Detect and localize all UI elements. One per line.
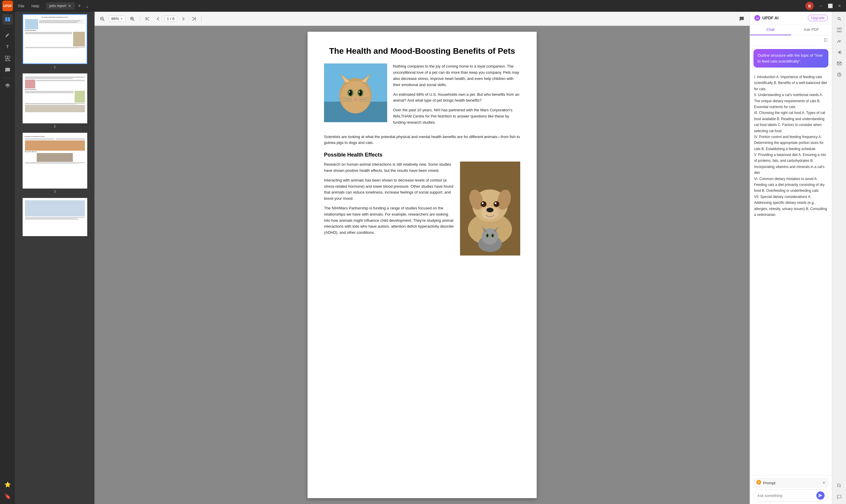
- right-icon-mail[interactable]: [834, 59, 844, 68]
- prompt-bar: Prompt ▼: [750, 475, 832, 504]
- dog-cat-image: [460, 162, 520, 255]
- svg-line-63: [840, 19, 841, 21]
- svg-line-7: [103, 20, 104, 21]
- ai-query-bubble: Outline structure with the topic of "how…: [754, 49, 828, 68]
- pdf-page: The Health and Mood-Boosting Benefits of…: [308, 32, 537, 498]
- right-icon-ocr[interactable]: [834, 25, 844, 35]
- prev-page-button[interactable]: [154, 16, 162, 22]
- tab-close-btn[interactable]: ✕: [68, 3, 71, 8]
- menu-help[interactable]: Help: [29, 3, 42, 10]
- first-page-button[interactable]: [144, 15, 152, 22]
- thumbnail-page-2[interactable]: Animals Helping People 2: [15, 71, 94, 130]
- prompt-arrow-icon: ▼: [822, 481, 826, 485]
- next-page-button[interactable]: [179, 16, 187, 22]
- ai-clear-button[interactable]: [823, 37, 829, 43]
- page-current: 1: [167, 16, 169, 21]
- pdf-intro-p3: Over the past 10 years, NIH has partnere…: [393, 107, 520, 125]
- zoom-in-button[interactable]: [128, 15, 136, 22]
- upgrade-button[interactable]: Upgrade: [808, 15, 828, 21]
- ai-logo: AI UPDF AI: [754, 15, 778, 21]
- minimize-button[interactable]: −: [817, 3, 825, 9]
- right-icon-puzzle[interactable]: [834, 481, 844, 490]
- thumbnail-page-4[interactable]: 4: [15, 196, 94, 243]
- thumbnail-panel: The Health and Mood-Boosting Benefits of…: [15, 12, 95, 504]
- new-tab-button[interactable]: +: [75, 3, 84, 9]
- right-icon-search[interactable]: [834, 14, 844, 23]
- thumb-page-num-3: 3: [54, 190, 55, 193]
- menu-file[interactable]: File: [15, 3, 27, 10]
- sidebar-icon-layers[interactable]: [2, 80, 13, 91]
- svg-point-26: [359, 90, 362, 96]
- ai-response: I. Introduction A. Importance of feeding…: [750, 71, 832, 475]
- pdf-intro-text: Nothing compares to the joy of coming ho…: [393, 64, 520, 129]
- pdf-viewer: The Health and Mood-Boosting Benefits of…: [95, 26, 750, 504]
- sidebar-icon-reader[interactable]: [2, 14, 13, 25]
- svg-point-46: [482, 202, 484, 204]
- center-area: 86% ▼ 1 / 6: [95, 12, 750, 504]
- svg-rect-65: [840, 28, 841, 29]
- prompt-selector[interactable]: Prompt ▼: [754, 478, 828, 488]
- ask-input-row: [754, 489, 828, 502]
- ask-input[interactable]: [757, 493, 814, 498]
- svg-rect-0: [5, 17, 7, 21]
- svg-point-47: [495, 202, 497, 204]
- thumbnail-page-3[interactable]: Key Phase in the History of Tourism Why …: [15, 130, 94, 196]
- thumbnail-page-1[interactable]: The Health and Mood-Boosting Benefits of…: [15, 12, 94, 71]
- svg-rect-1: [8, 17, 10, 21]
- svg-point-3: [7, 56, 10, 58]
- ai-title-label: UPDF AI: [762, 16, 778, 20]
- pdf-caption: Scientists are looking at what the poten…: [324, 134, 520, 146]
- svg-point-27: [349, 91, 350, 92]
- sidebar-icon-comment[interactable]: [2, 65, 13, 75]
- page-sep: /: [170, 16, 171, 21]
- close-button[interactable]: ✕: [835, 3, 844, 9]
- pdf-intro-p1: Nothing compares to the joy of coming ho…: [393, 64, 520, 88]
- svg-rect-66: [837, 31, 839, 32]
- ai-response-text: I. Introduction A. Importance of feeding…: [754, 74, 828, 218]
- tab-chat[interactable]: Chat: [750, 24, 791, 35]
- sidebar-icon-edit[interactable]: [2, 30, 13, 40]
- zoom-out-button[interactable]: [98, 15, 106, 22]
- titlebar: UPDF File Help pets report ✕ + ⌄ B − ⬜ ✕: [0, 0, 846, 12]
- pdf-health-p1: Research on human-animal interactions is…: [324, 162, 454, 174]
- prompt-label: Prompt: [763, 481, 821, 485]
- sidebar-divider-2: [3, 78, 12, 78]
- maximize-button[interactable]: ⬜: [826, 3, 834, 9]
- sidebar-icon-shapes[interactable]: [2, 53, 13, 64]
- svg-point-62: [838, 17, 840, 20]
- svg-point-55: [492, 234, 493, 237]
- send-button[interactable]: [816, 491, 825, 500]
- svg-point-45: [493, 201, 499, 207]
- thumb-page-num-1: 1: [54, 65, 55, 69]
- right-icon-chat[interactable]: [834, 492, 844, 502]
- right-icon-share[interactable]: [834, 48, 844, 57]
- ai-icons-row: [750, 36, 832, 46]
- sidebar-right: [832, 12, 846, 504]
- svg-point-61: [758, 481, 760, 483]
- ai-panel: AI UPDF AI Upgrade Chat Ask PDF Outline …: [750, 12, 832, 504]
- tabs-dropdown[interactable]: ⌄: [85, 3, 89, 9]
- svg-rect-2: [5, 56, 7, 58]
- page-total: 6: [173, 16, 175, 21]
- ai-header: AI UPDF AI Upgrade: [750, 12, 832, 24]
- tab-pets-report[interactable]: pets report ✕: [46, 2, 75, 10]
- sidebar-icon-bookmark[interactable]: 🔖: [2, 491, 13, 502]
- sidebar-icon-star[interactable]: ⭐: [2, 479, 13, 490]
- page-indicator[interactable]: 1 / 6: [164, 16, 177, 22]
- svg-point-18: [341, 81, 370, 113]
- cat-image: [324, 64, 387, 122]
- last-page-button[interactable]: [190, 15, 198, 22]
- sidebar-icon-text[interactable]: T: [2, 41, 13, 52]
- comment-button[interactable]: [737, 15, 746, 23]
- svg-rect-64: [837, 28, 839, 29]
- prompt-icon: [756, 480, 761, 486]
- svg-point-43: [486, 208, 493, 212]
- svg-text:AI: AI: [756, 17, 759, 20]
- toolbar-sep-1: [140, 15, 140, 22]
- right-icon-save[interactable]: [834, 70, 844, 79]
- tab-label: pets report: [49, 4, 66, 8]
- right-icon-signature[interactable]: [834, 36, 844, 46]
- zoom-level[interactable]: 86% ▼: [109, 16, 126, 22]
- tab-ask-pdf[interactable]: Ask PDF: [791, 24, 832, 35]
- toolbar-sep-2: [201, 15, 201, 22]
